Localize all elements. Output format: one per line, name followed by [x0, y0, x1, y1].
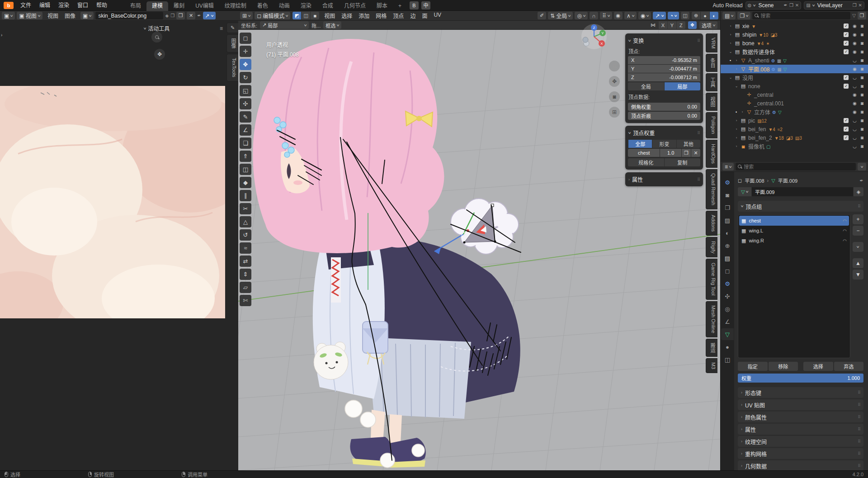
- collapsed-panel-header[interactable]: › 颜色属性 ⠿: [738, 412, 863, 422]
- viewport-menu-item[interactable]: UV: [430, 12, 444, 19]
- mode-dropdown[interactable]: ◻ 编辑模式 ∨: [255, 12, 290, 19]
- vertex-coord-field[interactable]: X-0.95352 m: [628, 56, 700, 64]
- global-button[interactable]: 全局: [628, 82, 664, 90]
- panel-menu-icon[interactable]: ≡: [220, 25, 223, 32]
- properties-search[interactable]: [736, 163, 856, 170]
- expand-arrow[interactable]: ›: [727, 33, 734, 37]
- vertex-coord-field[interactable]: Y-0.004477 m: [628, 65, 700, 73]
- tool-button[interactable]: ◆: [240, 177, 251, 188]
- render-camera-toggle[interactable]: ◙: [861, 58, 863, 63]
- hide-eye-toggle[interactable]: ◡: [853, 84, 857, 89]
- expand-arrow[interactable]: ›: [733, 58, 740, 62]
- topbar-menu-item[interactable]: 帮助: [92, 1, 111, 10]
- pivot-point-dropdown[interactable]: ◎ ∨: [575, 12, 588, 19]
- properties-tab[interactable]: ✣: [721, 290, 734, 302]
- drag-handle-icon[interactable]: ⠿: [858, 464, 860, 468]
- workspace-tab[interactable]: 动画: [274, 1, 295, 11]
- weight-filter-tab[interactable]: 形变: [652, 140, 676, 148]
- outliner-type-button[interactable]: ▤ ∨: [722, 12, 736, 19]
- weight-value-field[interactable]: 1.0: [660, 149, 681, 157]
- tool-button[interactable]: ✎: [240, 111, 251, 123]
- transform-orientation-dropdown[interactable]: ⇅ 全局 ∨: [548, 12, 573, 19]
- expand-arrow[interactable]: ›: [739, 110, 745, 114]
- outliner-row[interactable]: • ✛ _central ✓ ◉ ◙: [721, 90, 868, 99]
- copy-weight-icon[interactable]: ❐: [682, 149, 691, 157]
- hide-eye-toggle[interactable]: ◉: [853, 109, 857, 114]
- hide-eye-toggle[interactable]: ◉: [853, 41, 857, 46]
- display-mode-dropdown[interactable]: ❐ ∨: [737, 12, 750, 19]
- workspace-addon-button[interactable]: 中: [421, 1, 430, 9]
- tool-button[interactable]: ✥: [240, 59, 251, 70]
- outliner-row[interactable]: • ⌄ ▤ 数据传递身体 ✓ ◉ ◙: [721, 47, 868, 56]
- properties-type-button[interactable]: ≡ ∨: [722, 163, 734, 170]
- n-panel-tab[interactable]: Game Rig Tool: [706, 259, 717, 300]
- n-panel-tab[interactable]: Addons: [706, 211, 717, 236]
- editor-type-button[interactable]: ⊞ ∨: [240, 12, 253, 19]
- expand-arrow[interactable]: ⌄: [727, 76, 734, 80]
- render-camera-toggle[interactable]: ◙: [861, 75, 863, 80]
- tool-button[interactable]: ⇕: [240, 269, 251, 280]
- breadcrumb-object[interactable]: 平面.008: [745, 177, 764, 184]
- search-input[interactable]: [760, 13, 848, 19]
- exclude-checkbox[interactable]: ✓: [844, 75, 849, 80]
- vertex-weights-header[interactable]: ∨ 顶点权重 ⠿: [628, 128, 700, 139]
- properties-tab[interactable]: ◙: [721, 189, 734, 201]
- properties-tab[interactable]: ▤: [721, 252, 734, 264]
- viewport-menu-item[interactable]: 添加: [355, 12, 373, 19]
- hide-eye-toggle[interactable]: ◡: [853, 75, 857, 80]
- blender-logo-icon[interactable]: b: [4, 2, 14, 9]
- outliner-row[interactable]: • › ▤ bei_fen_2 ▼18◪3▤3 ✓ ◡ ◙: [721, 133, 868, 142]
- tool-button[interactable]: △: [240, 216, 251, 227]
- drag-handle-icon[interactable]: ⠿: [697, 177, 700, 182]
- edge-select-button[interactable]: ◫: [302, 12, 310, 19]
- render-camera-toggle[interactable]: ◙: [861, 24, 863, 28]
- mesh-data-dropdown[interactable]: ▽∨: [738, 187, 751, 196]
- duplicate-image-icon[interactable]: ❐: [170, 13, 175, 18]
- vertex-group-item[interactable]: ▦ wing.L ◠: [739, 226, 849, 236]
- hide-eye-toggle[interactable]: ◡: [853, 144, 857, 149]
- outliner-row[interactable]: • ⌄ ▤ 没用 ✓ ◡ ◙: [721, 73, 868, 82]
- options-dropdown[interactable]: 选项 ∨: [699, 21, 717, 29]
- hide-eye-toggle[interactable]: ◉: [853, 101, 857, 106]
- n-panel-tab[interactable]: 工具: [706, 73, 717, 91]
- workspace-tab[interactable]: 合成: [317, 1, 339, 11]
- add-vertex-group-button[interactable]: +: [853, 214, 863, 224]
- hide-eye-toggle[interactable]: ◡: [853, 58, 857, 63]
- render-camera-toggle[interactable]: ◙: [861, 127, 863, 132]
- tool-button[interactable]: ✄: [240, 295, 251, 306]
- remove-button[interactable]: 移除: [769, 362, 798, 371]
- drag-handle-icon[interactable]: ⠿: [858, 427, 860, 431]
- pin-icon[interactable]: ✒: [784, 3, 788, 8]
- close-icon[interactable]: ✕: [795, 3, 799, 8]
- drag-handle-icon[interactable]: ⠿: [858, 402, 860, 407]
- new-collection-icon[interactable]: ❐: [858, 12, 866, 19]
- assign-button[interactable]: 指定: [738, 362, 768, 371]
- properties-tab[interactable]: ◐: [721, 227, 734, 239]
- tool-button[interactable]: ∠: [240, 124, 251, 136]
- render-camera-toggle[interactable]: ◙: [861, 41, 863, 46]
- breadcrumb-data[interactable]: 平面.009: [778, 177, 797, 184]
- pan-hand-icon[interactable]: ✥: [154, 49, 165, 60]
- properties-tab[interactable]: ◻: [721, 265, 734, 277]
- properties-collapsed-panel[interactable]: › 属性 ⠿: [625, 172, 703, 186]
- expand-arrow[interactable]: ›: [727, 24, 734, 28]
- new-scene-icon[interactable]: ❐: [789, 3, 793, 8]
- image-editor-menu-item[interactable]: 视图: [44, 12, 61, 19]
- collapsed-panel-header[interactable]: › 属性 ⠿: [738, 424, 863, 435]
- hide-eye-toggle[interactable]: ◉: [853, 66, 857, 71]
- n-panel-tab[interactable]: HardOps: [706, 140, 717, 168]
- drag-handle-icon[interactable]: ⠿: [858, 439, 860, 444]
- copy-button[interactable]: 复制: [665, 158, 701, 166]
- image-editor-menu-item[interactable]: 图像: [61, 12, 79, 19]
- unlink-image-icon[interactable]: ✕: [187, 12, 195, 19]
- topbar-menu-item[interactable]: 窗口: [73, 1, 92, 10]
- render-camera-toggle[interactable]: ◙: [861, 118, 863, 123]
- topbar-menu-item[interactable]: 编辑: [35, 1, 54, 10]
- unlock-icon[interactable]: ◠: [843, 228, 847, 233]
- n-panel-tab[interactable]: 视图: [706, 93, 717, 111]
- drag-handle-icon[interactable]: ⠿: [697, 131, 700, 135]
- render-camera-toggle[interactable]: ◙: [861, 32, 863, 37]
- collapsed-panel-header[interactable]: › 形态键 ⠿: [738, 387, 863, 398]
- outliner-row[interactable]: • ✛ _central.001 ✓ ◉ ◙: [721, 99, 868, 108]
- open-image-folder-icon[interactable]: ❒: [176, 12, 185, 19]
